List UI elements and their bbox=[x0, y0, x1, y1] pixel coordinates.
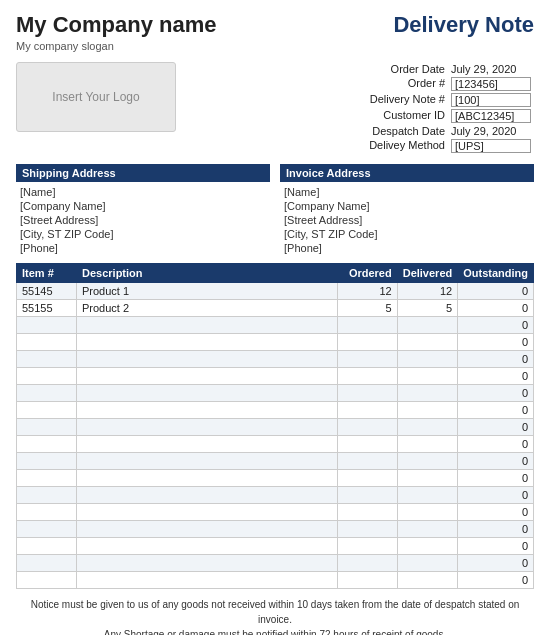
table-cell bbox=[337, 504, 397, 521]
table-cell bbox=[397, 351, 458, 368]
table-cell bbox=[17, 351, 77, 368]
table-row: 0 bbox=[17, 521, 534, 538]
order-label: Customer ID bbox=[366, 108, 448, 124]
table-cell bbox=[397, 317, 458, 334]
table-cell: 0 bbox=[458, 538, 534, 555]
table-cell: 12 bbox=[397, 283, 458, 300]
table-row: 0 bbox=[17, 368, 534, 385]
table-row: 0 bbox=[17, 317, 534, 334]
table-row: 0 bbox=[17, 572, 534, 589]
table-cell: 5 bbox=[337, 300, 397, 317]
table-cell bbox=[397, 436, 458, 453]
table-cell bbox=[337, 555, 397, 572]
document-title: Delivery Note bbox=[393, 12, 534, 38]
table-cell bbox=[337, 419, 397, 436]
table-cell: 55145 bbox=[17, 283, 77, 300]
table-row: 0 bbox=[17, 504, 534, 521]
table-cell bbox=[77, 402, 338, 419]
table-row: 0 bbox=[17, 436, 534, 453]
table-cell: 0 bbox=[458, 436, 534, 453]
company-block: My Company name My company slogan bbox=[16, 12, 217, 52]
address-section: Shipping Address [Name][Company Name][St… bbox=[16, 164, 534, 255]
table-row: 0 bbox=[17, 402, 534, 419]
address-line: [Street Address] bbox=[280, 213, 534, 227]
table-cell bbox=[397, 504, 458, 521]
address-line: [Phone] bbox=[280, 241, 534, 255]
table-row: 0 bbox=[17, 351, 534, 368]
order-label: Despatch Date bbox=[366, 124, 448, 138]
table-cell bbox=[77, 385, 338, 402]
table-cell: 0 bbox=[458, 283, 534, 300]
table-cell bbox=[77, 487, 338, 504]
table-cell bbox=[17, 572, 77, 589]
table-cell bbox=[17, 385, 77, 402]
table-row: 55145Product 112120 bbox=[17, 283, 534, 300]
table-cell bbox=[337, 385, 397, 402]
table-column-header: Outstanding bbox=[458, 264, 534, 283]
table-column-header: Description bbox=[77, 264, 338, 283]
items-table: Item #DescriptionOrderedDeliveredOutstan… bbox=[16, 263, 534, 589]
shipping-address-header: Shipping Address bbox=[16, 164, 270, 182]
table-row: 55155Product 2550 bbox=[17, 300, 534, 317]
table-cell bbox=[337, 351, 397, 368]
order-value: July 29, 2020 bbox=[448, 62, 534, 76]
table-cell bbox=[77, 470, 338, 487]
table-cell bbox=[17, 402, 77, 419]
table-cell bbox=[397, 402, 458, 419]
table-cell bbox=[337, 521, 397, 538]
table-cell bbox=[77, 504, 338, 521]
table-cell bbox=[337, 487, 397, 504]
table-cell bbox=[77, 572, 338, 589]
page-header: My Company name My company slogan Delive… bbox=[16, 12, 534, 52]
table-row: 0 bbox=[17, 555, 534, 572]
table-cell bbox=[77, 521, 338, 538]
company-slogan: My company slogan bbox=[16, 40, 217, 52]
table-cell: 0 bbox=[458, 402, 534, 419]
table-cell bbox=[337, 453, 397, 470]
table-cell bbox=[17, 470, 77, 487]
table-cell bbox=[397, 419, 458, 436]
table-cell bbox=[17, 317, 77, 334]
table-cell bbox=[77, 419, 338, 436]
order-value: [100] bbox=[448, 92, 534, 108]
table-cell: 0 bbox=[458, 453, 534, 470]
table-cell bbox=[17, 436, 77, 453]
table-cell bbox=[17, 453, 77, 470]
table-cell bbox=[17, 334, 77, 351]
table-cell bbox=[397, 521, 458, 538]
table-cell bbox=[17, 419, 77, 436]
table-cell bbox=[77, 436, 338, 453]
address-line: [City, ST ZIP Code] bbox=[280, 227, 534, 241]
table-row: 0 bbox=[17, 385, 534, 402]
table-cell bbox=[77, 317, 338, 334]
table-cell: 0 bbox=[458, 572, 534, 589]
table-cell bbox=[397, 538, 458, 555]
table-cell: Product 2 bbox=[77, 300, 338, 317]
table-cell bbox=[397, 470, 458, 487]
table-cell: 0 bbox=[458, 470, 534, 487]
table-cell bbox=[77, 555, 338, 572]
table-row: 0 bbox=[17, 453, 534, 470]
address-line: [Name] bbox=[280, 185, 534, 199]
table-cell bbox=[397, 453, 458, 470]
table-cell bbox=[337, 470, 397, 487]
table-cell bbox=[397, 555, 458, 572]
table-cell bbox=[77, 453, 338, 470]
order-label: Delivery Note # bbox=[366, 92, 448, 108]
address-line: [Name] bbox=[16, 185, 270, 199]
table-column-header: Item # bbox=[17, 264, 77, 283]
mid-section: Insert Your Logo Order DateJuly 29, 2020… bbox=[16, 62, 534, 154]
table-cell bbox=[397, 368, 458, 385]
table-cell bbox=[17, 368, 77, 385]
table-cell: 0 bbox=[458, 504, 534, 521]
shipping-address-lines: [Name][Company Name][Street Address][Cit… bbox=[16, 185, 270, 255]
table-cell bbox=[17, 538, 77, 555]
table-cell: 0 bbox=[458, 487, 534, 504]
address-line: [Company Name] bbox=[280, 199, 534, 213]
footer-notice: Notice must be given to us of any goods … bbox=[16, 597, 534, 635]
table-cell bbox=[77, 538, 338, 555]
table-cell bbox=[337, 538, 397, 555]
table-cell: 0 bbox=[458, 385, 534, 402]
table-cell bbox=[397, 385, 458, 402]
table-cell bbox=[397, 487, 458, 504]
